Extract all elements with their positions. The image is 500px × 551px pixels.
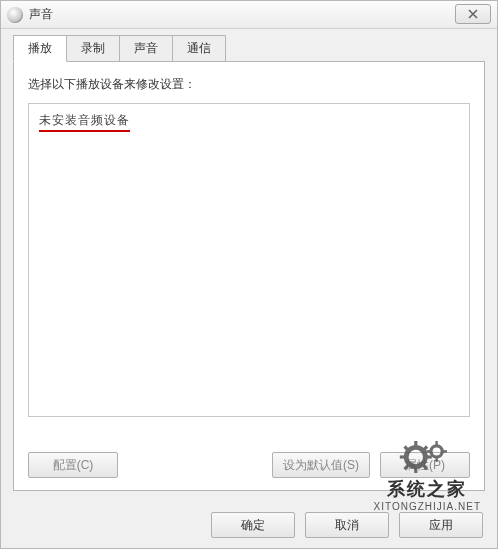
tabpanel-playback: 选择以下播放设备来修改设置： 未安装音频设备 配置(C) 设为默认值(S) 属性… (13, 61, 485, 491)
dialog-content: 播放 录制 声音 通信 选择以下播放设备来修改设置： 未安装音频设备 配置(C)… (1, 29, 497, 491)
sound-dialog: 声音 播放 录制 声音 通信 选择以下播放设备来修改设置： 未安装音频设备 配置… (0, 0, 498, 549)
instruction-text: 选择以下播放设备来修改设置： (28, 76, 470, 93)
tab-recording[interactable]: 录制 (67, 35, 120, 62)
window-title: 声音 (29, 6, 53, 23)
tab-playback[interactable]: 播放 (13, 35, 67, 62)
ok-button[interactable]: 确定 (211, 512, 295, 538)
close-button[interactable] (455, 4, 491, 24)
cancel-button[interactable]: 取消 (305, 512, 389, 538)
configure-button[interactable]: 配置(C) (28, 452, 118, 478)
no-device-label: 未安装音频设备 (39, 112, 130, 132)
close-icon (467, 8, 479, 20)
dialog-bottom-buttons: 确定 取消 应用 (211, 512, 483, 538)
panel-buttons: 配置(C) 设为默认值(S) 属性(P) (28, 452, 470, 478)
watermark-text-url: XITONGZHIJIA.NET (374, 501, 482, 512)
apply-button[interactable]: 应用 (399, 512, 483, 538)
device-list[interactable]: 未安装音频设备 (28, 103, 470, 417)
titlebar: 声音 (1, 1, 497, 29)
properties-button[interactable]: 属性(P) (380, 452, 470, 478)
tab-communications[interactable]: 通信 (173, 35, 226, 62)
panel-buttons-right: 设为默认值(S) 属性(P) (272, 452, 470, 478)
tab-sounds[interactable]: 声音 (120, 35, 173, 62)
sound-icon (7, 7, 23, 23)
tabstrip: 播放 录制 声音 通信 (13, 35, 485, 62)
set-default-button[interactable]: 设为默认值(S) (272, 452, 370, 478)
